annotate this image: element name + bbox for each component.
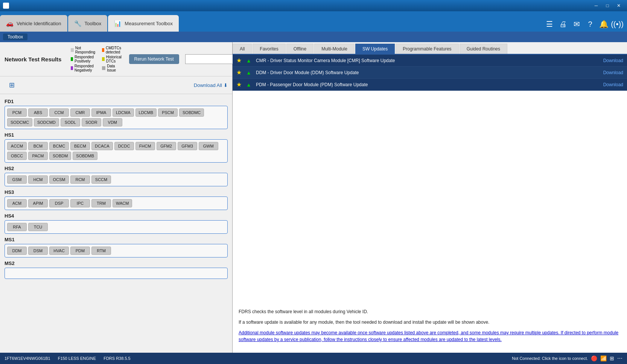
- module-sobdmc[interactable]: SOBDMC: [179, 108, 204, 117]
- grid-view-icon[interactable]: ⊞: [5, 78, 19, 92]
- module-ipma[interactable]: IPMA: [91, 108, 111, 117]
- module-cmr[interactable]: CMR: [70, 108, 90, 117]
- legend-historical-label: Historical DTCs: [106, 55, 123, 63]
- module-sobdmb[interactable]: SOBDMB: [73, 152, 97, 160]
- title-bar: ─ □ ✕: [0, 0, 627, 11]
- filter-tab-guided[interactable]: Guided Routines: [460, 44, 507, 54]
- module-pacm[interactable]: PACM: [28, 152, 48, 160]
- sub-tab-bar: Toolbox: [0, 32, 627, 42]
- module-bcm[interactable]: BCM: [28, 142, 48, 150]
- filter-tab-programmable[interactable]: Programmable Features: [396, 44, 458, 54]
- bell-icon[interactable]: 🔔: [598, 19, 609, 29]
- module-pcm[interactable]: PCM: [7, 108, 27, 117]
- download-all-button[interactable]: Download All ⬇: [194, 82, 228, 88]
- module-gsm[interactable]: GSM: [7, 175, 27, 184]
- filter-tab-offline[interactable]: Offline: [286, 44, 314, 54]
- module-obcc[interactable]: OBCC: [7, 152, 27, 160]
- module-gwm[interactable]: GWM: [199, 142, 218, 150]
- module-ocsm[interactable]: OCSM: [49, 175, 69, 184]
- module-hcm[interactable]: HCM: [28, 175, 48, 184]
- tab-measurement-toolbox[interactable]: 📊 Measurement Toolbox: [108, 15, 179, 32]
- module-dcaca[interactable]: DCACA: [91, 142, 113, 150]
- legend-responded-negatively-label: Responded Negatively: [75, 64, 96, 72]
- module-rtm[interactable]: RTM: [91, 247, 111, 255]
- module-hvac[interactable]: HVAC: [49, 247, 69, 255]
- sub-tab-toolbox[interactable]: Toolbox: [3, 34, 27, 40]
- module-pdm[interactable]: PDM: [70, 247, 90, 255]
- info-area: FDRS checks the software level in all mo…: [233, 302, 627, 353]
- module-bcmc[interactable]: BCMC: [49, 142, 69, 150]
- status-icon-signal[interactable]: 📶: [600, 355, 607, 361]
- module-rfa[interactable]: RFA: [7, 223, 27, 231]
- tab-toolbox[interactable]: 🔧 Toolbox: [68, 15, 108, 32]
- sw-updates-list: ★ ▲ CMR - Driver Status Monitor Camera M…: [233, 55, 627, 302]
- status-icon-red[interactable]: 🔴: [591, 355, 597, 361]
- legend-responded-positively-label: Responded Positively: [75, 55, 96, 63]
- filter-tab-favorites[interactable]: Favorites: [253, 44, 285, 54]
- module-becm[interactable]: BECM: [70, 142, 90, 150]
- module-dsm[interactable]: DSM: [28, 247, 48, 255]
- module-dsp[interactable]: DSP: [49, 199, 69, 207]
- status-icon-grid[interactable]: ⊞: [610, 355, 614, 361]
- menu-icon[interactable]: ☰: [544, 19, 555, 29]
- status-model: F150 LESS ENGINE: [58, 356, 96, 361]
- maximize-button[interactable]: □: [602, 2, 613, 9]
- module-ldcma[interactable]: LDCMA: [113, 108, 134, 117]
- module-ldcmb[interactable]: LDCMB: [135, 108, 157, 117]
- module-apim[interactable]: APIM: [28, 199, 48, 207]
- module-abs[interactable]: ABS: [28, 108, 48, 117]
- filter-tab-guided-label: Guided Routines: [467, 46, 500, 52]
- download-all-icon: ⬇: [224, 82, 228, 88]
- network-title: Network Test Results: [5, 56, 65, 62]
- filter-tab-sw-updates[interactable]: SW Updates: [355, 44, 395, 54]
- star-cmr[interactable]: ★: [236, 57, 243, 64]
- minimize-button[interactable]: ─: [591, 2, 601, 9]
- module-vdm[interactable]: VDM: [103, 118, 122, 126]
- download-all-label: Download All: [194, 82, 222, 88]
- filter-tab-multi-module-label: Multi-Module: [321, 46, 347, 52]
- filter-tab-all[interactable]: All: [233, 44, 252, 54]
- module-ddm[interactable]: DDM: [7, 247, 27, 255]
- module-acm[interactable]: ACM: [7, 199, 27, 207]
- print-icon[interactable]: 🖨: [558, 19, 568, 29]
- module-gfm3[interactable]: GFM3: [178, 142, 197, 150]
- module-fhcm[interactable]: FHCM: [135, 142, 155, 150]
- module-ccm[interactable]: CCM: [49, 108, 69, 117]
- mail-icon[interactable]: ✉: [571, 19, 582, 29]
- star-ddm[interactable]: ★: [236, 69, 243, 76]
- signal-ddm: ▲: [246, 70, 253, 76]
- download-btn-ddm[interactable]: Download: [597, 70, 623, 75]
- close-button[interactable]: ✕: [613, 2, 624, 9]
- info-line3-link[interactable]: Additional module software updates may b…: [239, 330, 618, 342]
- module-wacm[interactable]: WACM: [113, 199, 132, 207]
- module-ipc[interactable]: IPC: [70, 199, 90, 207]
- tab-vehicle-identification[interactable]: 🚗 Vehicle Identification: [0, 15, 67, 32]
- legend-historical: Historical DTCs: [102, 55, 123, 63]
- module-sodr[interactable]: SODR: [82, 118, 101, 126]
- module-trm[interactable]: TRM: [91, 199, 111, 207]
- module-sccm[interactable]: SCCM: [91, 175, 111, 184]
- download-btn-pdm[interactable]: Download: [597, 82, 623, 87]
- star-pdm[interactable]: ★: [236, 81, 243, 88]
- wireless-icon[interactable]: ((•)): [612, 19, 622, 29]
- rerun-network-test-button[interactable]: Rerun Network Test: [129, 54, 179, 64]
- module-sobdm[interactable]: SOBDM: [49, 152, 71, 160]
- tab-toolbox-label: Toolbox: [85, 21, 102, 26]
- filter-tab-offline-label: Offline: [294, 46, 306, 52]
- help-icon[interactable]: ?: [585, 19, 595, 29]
- module-sodcmc[interactable]: SODCMC: [7, 118, 32, 126]
- module-tcu[interactable]: TCU: [28, 223, 48, 231]
- module-dcdc[interactable]: DCDC: [114, 142, 134, 150]
- module-rcm[interactable]: RCM: [70, 175, 90, 184]
- module-accm[interactable]: ACCM: [7, 142, 27, 150]
- left-panel: Network Test Results Not Responding Resp…: [0, 42, 233, 353]
- filter-tab-sw-updates-label: SW Updates: [362, 46, 388, 52]
- status-icon-menu[interactable]: ⋯: [617, 355, 622, 361]
- module-sodcmd[interactable]: SODCMD: [34, 118, 59, 126]
- section-ms1-label: MS1: [5, 237, 228, 242]
- module-pscm[interactable]: PSCM: [158, 108, 178, 117]
- module-gfm2[interactable]: GFM2: [157, 142, 176, 150]
- download-btn-cmr[interactable]: Download: [597, 58, 623, 63]
- filter-tab-multi-module[interactable]: Multi-Module: [314, 44, 355, 54]
- module-sodl[interactable]: SODL: [61, 118, 80, 126]
